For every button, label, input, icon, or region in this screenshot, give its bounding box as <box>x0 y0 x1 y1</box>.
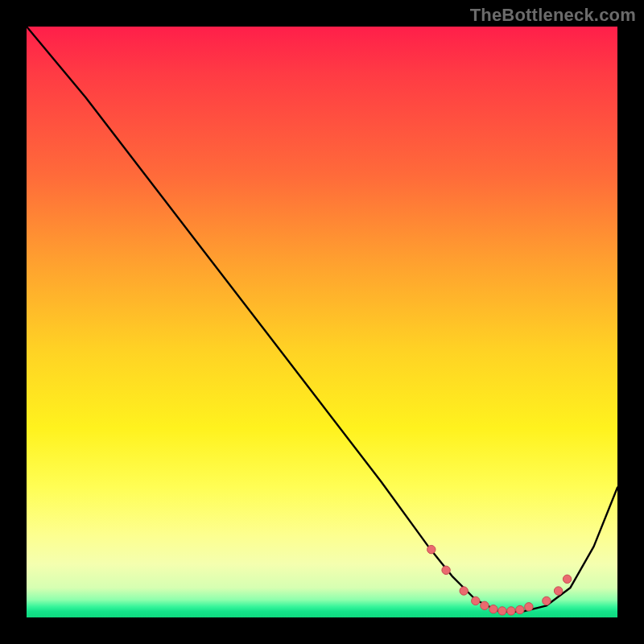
curve-layer <box>27 27 617 617</box>
marker-dot <box>489 605 497 613</box>
bottleneck-curve <box>27 27 617 612</box>
marker-dot <box>507 607 515 615</box>
marker-dot <box>472 597 480 605</box>
plot-area <box>27 27 617 617</box>
marker-dot <box>525 603 533 611</box>
marker-dot <box>460 587 468 595</box>
chart-frame: TheBottleneck.com <box>0 0 644 644</box>
highlight-dots <box>427 545 572 615</box>
attribution-text: TheBottleneck.com <box>470 5 636 26</box>
marker-dot <box>427 545 436 553</box>
marker-dot <box>563 575 571 583</box>
marker-dot <box>442 566 450 574</box>
marker-dot <box>554 587 562 595</box>
marker-dot <box>543 597 551 605</box>
marker-dot <box>481 601 489 609</box>
marker-dot <box>498 607 506 615</box>
marker-dot <box>516 605 524 613</box>
